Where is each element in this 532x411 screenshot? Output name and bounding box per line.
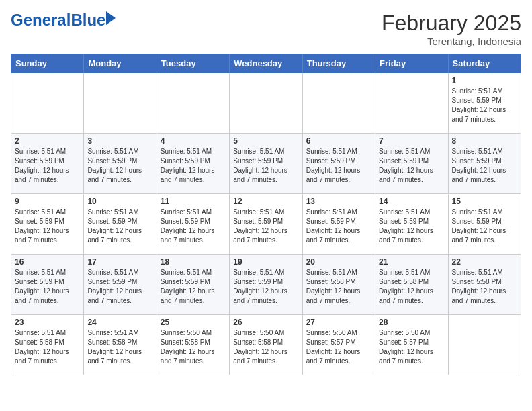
- calendar-week-row: 16Sunrise: 5:51 AM Sunset: 5:59 PM Dayli…: [11, 255, 521, 315]
- calendar-cell: 2Sunrise: 5:51 AM Sunset: 5:59 PM Daylig…: [11, 134, 84, 194]
- weekday-header-monday: Monday: [84, 54, 157, 73]
- calendar-cell: 11Sunrise: 5:51 AM Sunset: 5:59 PM Dayli…: [157, 194, 229, 255]
- day-number: 15: [452, 197, 517, 206]
- calendar-cell: 28Sunrise: 5:50 AM Sunset: 5:57 PM Dayli…: [375, 315, 448, 375]
- day-number: 6: [306, 136, 371, 146]
- day-info: Sunrise: 5:51 AM Sunset: 5:59 PM Dayligh…: [87, 147, 152, 185]
- day-number: 24: [87, 318, 152, 327]
- day-info: Sunrise: 5:50 AM Sunset: 5:58 PM Dayligh…: [161, 328, 226, 366]
- calendar-cell: 9Sunrise: 5:51 AM Sunset: 5:59 PM Daylig…: [11, 194, 84, 255]
- day-number: 17: [87, 257, 152, 267]
- calendar-cell: 23Sunrise: 5:51 AM Sunset: 5:58 PM Dayli…: [11, 315, 84, 375]
- calendar-cell: [157, 73, 229, 134]
- day-info: Sunrise: 5:51 AM Sunset: 5:59 PM Dayligh…: [15, 147, 80, 185]
- day-info: Sunrise: 5:51 AM Sunset: 5:58 PM Dayligh…: [379, 268, 444, 306]
- weekday-header-wednesday: Wednesday: [230, 54, 302, 73]
- calendar-cell: 22Sunrise: 5:51 AM Sunset: 5:58 PM Dayli…: [448, 255, 521, 315]
- calendar-cell: 15Sunrise: 5:51 AM Sunset: 5:59 PM Dayli…: [448, 194, 521, 255]
- day-number: 19: [233, 257, 298, 267]
- logo-blue: Blue: [71, 11, 105, 29]
- calendar-cell: 18Sunrise: 5:51 AM Sunset: 5:59 PM Dayli…: [157, 255, 229, 315]
- day-number: 8: [452, 136, 517, 146]
- calendar-cell: [448, 315, 521, 375]
- day-number: 11: [161, 197, 226, 206]
- calendar-cell: [230, 73, 302, 134]
- calendar-week-row: 9Sunrise: 5:51 AM Sunset: 5:59 PM Daylig…: [11, 194, 521, 255]
- calendar-cell: 17Sunrise: 5:51 AM Sunset: 5:59 PM Dayli…: [84, 255, 157, 315]
- calendar-cell: [302, 73, 375, 134]
- day-number: 23: [15, 318, 80, 327]
- calendar-cell: 4Sunrise: 5:51 AM Sunset: 5:59 PM Daylig…: [157, 134, 229, 194]
- day-number: 22: [452, 257, 517, 267]
- calendar-week-row: 1Sunrise: 5:51 AM Sunset: 5:59 PM Daylig…: [11, 73, 521, 134]
- day-info: Sunrise: 5:51 AM Sunset: 5:59 PM Dayligh…: [161, 208, 226, 245]
- day-info: Sunrise: 5:51 AM Sunset: 5:59 PM Dayligh…: [452, 147, 517, 185]
- title-area: February 2025 Terentang, Indonesia: [382, 11, 521, 47]
- calendar-cell: 12Sunrise: 5:51 AM Sunset: 5:59 PM Dayli…: [230, 194, 302, 255]
- weekday-header-saturday: Saturday: [448, 54, 521, 73]
- day-info: Sunrise: 5:51 AM Sunset: 5:58 PM Dayligh…: [87, 328, 152, 366]
- day-info: Sunrise: 5:51 AM Sunset: 5:59 PM Dayligh…: [379, 208, 444, 245]
- day-number: 28: [379, 318, 444, 327]
- logo-text: GeneralBlue: [11, 11, 105, 30]
- day-number: 27: [306, 318, 371, 327]
- day-number: 5: [233, 136, 298, 146]
- day-info: Sunrise: 5:51 AM Sunset: 5:59 PM Dayligh…: [379, 147, 444, 185]
- weekday-header-friday: Friday: [375, 54, 448, 73]
- day-info: Sunrise: 5:51 AM Sunset: 5:59 PM Dayligh…: [161, 268, 226, 306]
- calendar-cell: 25Sunrise: 5:50 AM Sunset: 5:58 PM Dayli…: [157, 315, 229, 375]
- month-title: February 2025: [382, 11, 521, 36]
- day-number: 16: [15, 257, 80, 267]
- day-number: 4: [161, 136, 226, 146]
- day-info: Sunrise: 5:51 AM Sunset: 5:59 PM Dayligh…: [233, 208, 298, 245]
- day-number: 9: [15, 197, 80, 206]
- day-info: Sunrise: 5:51 AM Sunset: 5:59 PM Dayligh…: [452, 208, 517, 245]
- calendar-cell: 27Sunrise: 5:50 AM Sunset: 5:57 PM Dayli…: [302, 315, 375, 375]
- day-number: 13: [306, 197, 371, 206]
- weekday-header-thursday: Thursday: [302, 54, 375, 73]
- calendar-cell: 5Sunrise: 5:51 AM Sunset: 5:59 PM Daylig…: [230, 134, 302, 194]
- day-info: Sunrise: 5:51 AM Sunset: 5:59 PM Dayligh…: [15, 208, 80, 245]
- calendar-cell: 6Sunrise: 5:51 AM Sunset: 5:59 PM Daylig…: [302, 134, 375, 194]
- day-number: 20: [306, 257, 371, 267]
- day-number: 26: [233, 318, 298, 327]
- day-info: Sunrise: 5:50 AM Sunset: 5:58 PM Dayligh…: [233, 328, 298, 366]
- weekday-header-sunday: Sunday: [11, 54, 84, 73]
- calendar-week-row: 23Sunrise: 5:51 AM Sunset: 5:58 PM Dayli…: [11, 315, 521, 375]
- logo: GeneralBlue: [11, 11, 116, 30]
- day-info: Sunrise: 5:50 AM Sunset: 5:57 PM Dayligh…: [306, 328, 371, 366]
- calendar-cell: [11, 73, 84, 134]
- weekday-header-row: SundayMondayTuesdayWednesdayThursdayFrid…: [11, 54, 521, 73]
- day-number: 25: [161, 318, 226, 327]
- weekday-header-tuesday: Tuesday: [157, 54, 229, 73]
- day-number: 10: [87, 197, 152, 206]
- calendar-cell: 20Sunrise: 5:51 AM Sunset: 5:58 PM Dayli…: [302, 255, 375, 315]
- day-number: 1: [452, 76, 517, 85]
- day-info: Sunrise: 5:51 AM Sunset: 5:59 PM Dayligh…: [233, 147, 298, 185]
- page-header: GeneralBlue February 2025 Terentang, Ind…: [11, 11, 521, 47]
- day-info: Sunrise: 5:51 AM Sunset: 5:59 PM Dayligh…: [15, 268, 80, 306]
- calendar-cell: 19Sunrise: 5:51 AM Sunset: 5:59 PM Dayli…: [230, 255, 302, 315]
- calendar-cell: 1Sunrise: 5:51 AM Sunset: 5:59 PM Daylig…: [448, 73, 521, 134]
- day-info: Sunrise: 5:51 AM Sunset: 5:58 PM Dayligh…: [452, 268, 517, 306]
- calendar-cell: 3Sunrise: 5:51 AM Sunset: 5:59 PM Daylig…: [84, 134, 157, 194]
- day-number: 12: [233, 197, 298, 206]
- day-number: 21: [379, 257, 444, 267]
- calendar-week-row: 2Sunrise: 5:51 AM Sunset: 5:59 PM Daylig…: [11, 134, 521, 194]
- calendar-cell: 7Sunrise: 5:51 AM Sunset: 5:59 PM Daylig…: [375, 134, 448, 194]
- calendar-table: SundayMondayTuesdayWednesdayThursdayFrid…: [11, 54, 521, 375]
- calendar-cell: 16Sunrise: 5:51 AM Sunset: 5:59 PM Dayli…: [11, 255, 84, 315]
- day-info: Sunrise: 5:51 AM Sunset: 5:59 PM Dayligh…: [87, 208, 152, 245]
- day-info: Sunrise: 5:51 AM Sunset: 5:59 PM Dayligh…: [306, 147, 371, 185]
- day-info: Sunrise: 5:51 AM Sunset: 5:59 PM Dayligh…: [306, 208, 371, 245]
- location: Terentang, Indonesia: [382, 36, 521, 47]
- day-number: 7: [379, 136, 444, 146]
- day-number: 3: [87, 136, 152, 146]
- calendar-cell: 8Sunrise: 5:51 AM Sunset: 5:59 PM Daylig…: [448, 134, 521, 194]
- calendar-cell: 10Sunrise: 5:51 AM Sunset: 5:59 PM Dayli…: [84, 194, 157, 255]
- calendar-cell: 14Sunrise: 5:51 AM Sunset: 5:59 PM Dayli…: [375, 194, 448, 255]
- calendar-cell: [84, 73, 157, 134]
- calendar-cell: 13Sunrise: 5:51 AM Sunset: 5:59 PM Dayli…: [302, 194, 375, 255]
- day-number: 18: [161, 257, 226, 267]
- day-info: Sunrise: 5:51 AM Sunset: 5:58 PM Dayligh…: [15, 328, 80, 366]
